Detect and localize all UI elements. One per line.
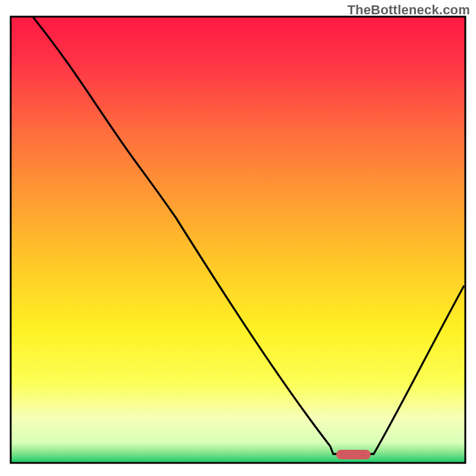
watermark-text: TheBottleneck.com [347,2,470,18]
chart-container: TheBottleneck.com [0,0,476,476]
optimal-marker [336,450,371,459]
plot-background [11,17,465,463]
bottleneck-chart [0,0,476,476]
